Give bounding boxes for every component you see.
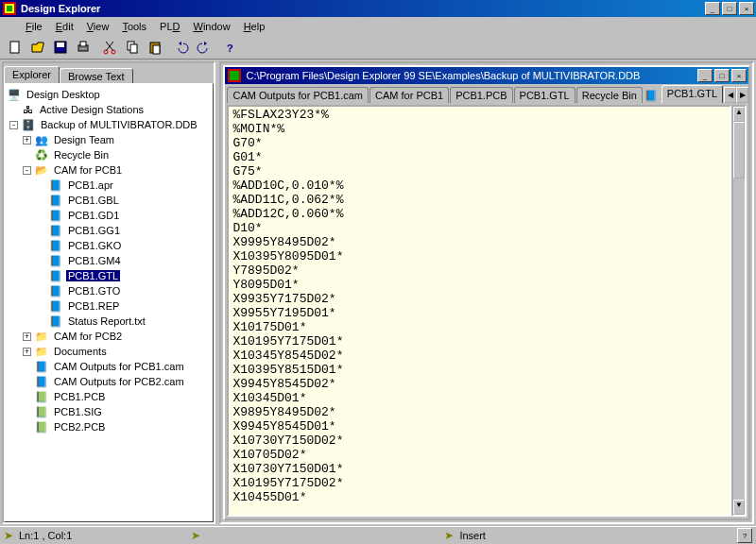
menu-tools[interactable]: Tools [115, 20, 153, 33]
new-icon[interactable] [4, 37, 26, 58]
tree-backup[interactable]: Backup of MULTIVIBRATOR.DDB [39, 119, 199, 130]
menu-pld[interactable]: PLD [153, 20, 186, 33]
tree-item[interactable]: 📘PCB1.GD1 [7, 208, 211, 223]
file-icon: 📘 [48, 193, 63, 208]
tree-pcb2[interactable]: PCB2.PCB [52, 421, 107, 433]
minimize-button[interactable]: _ [705, 2, 720, 15]
menu-edit[interactable]: Edit [49, 20, 80, 33]
tree-root[interactable]: Design Desktop [25, 89, 102, 100]
status-help-button[interactable]: ? [737, 528, 752, 543]
desktop-icon: 🖥️ [7, 87, 22, 102]
doc-tab-camoutputs[interactable]: CAM Outputs for PCB1.cam [227, 87, 369, 103]
maximize-button[interactable]: □ [722, 2, 737, 15]
tree-item[interactable]: 📘PCB1.GBL [7, 193, 211, 208]
print-icon[interactable] [72, 37, 94, 58]
tree-item[interactable]: 📘PCB1.GTL [7, 268, 211, 283]
tree-item[interactable]: 📘Status Report.txt [7, 314, 211, 329]
tree-item-label[interactable]: PCB1.GG1 [66, 225, 122, 236]
tree-item-label[interactable]: PCB1.GM4 [66, 255, 123, 266]
tree-item-label[interactable]: PCB1.REP [66, 300, 121, 312]
tree-ads[interactable]: Active Design Stations [38, 104, 146, 115]
tab-explorer[interactable]: Explorer [4, 66, 60, 83]
expand-button[interactable]: + [23, 332, 31, 341]
cut-icon[interactable] [98, 37, 120, 58]
tree-documents[interactable]: Documents [52, 346, 109, 357]
tab-scroll-left[interactable]: ◀ [724, 87, 736, 103]
mdi-area: C:\Program Files\Design Explorer 99 SE\E… [219, 61, 754, 524]
scroll-up-button[interactable]: ▲ [733, 107, 745, 122]
tab-browse-text[interactable]: Browse Text [60, 68, 133, 83]
file-icon: 📘 [48, 178, 63, 193]
recycle-icon: ♻️ [34, 147, 49, 162]
tree-item[interactable]: 📘PCB1.GG1 [7, 223, 211, 238]
redo-icon[interactable] [193, 37, 215, 58]
mdi-close-button[interactable]: × [731, 69, 747, 82]
scroll-down-button[interactable]: ▼ [733, 500, 745, 515]
tree-item-label[interactable]: PCB1.GTO [66, 285, 122, 297]
open-icon[interactable] [26, 37, 48, 58]
tree-cam1[interactable]: CAM for PCB1 [52, 164, 124, 176]
tree-item[interactable]: 📘PCB1.REP [7, 298, 211, 314]
tree-cam2[interactable]: CAM for PCB2 [52, 331, 124, 342]
tree-camout2[interactable]: CAM Outputs for PCB2.cam [52, 376, 186, 387]
status-bar: ➤ Ln:1 , Col:1 ➤ ➤ Insert ? [0, 526, 756, 544]
tree-item[interactable]: 📘PCB1.apr [7, 178, 211, 193]
tree-item[interactable]: 📘PCB1.GTO [7, 283, 211, 298]
close-button[interactable]: × [739, 2, 754, 15]
doc-tab-camforpcb1[interactable]: CAM for PCB1 [369, 87, 449, 103]
editor-container: %FSLAX23Y23*% %MOIN*% G70* G01* G75* %AD… [225, 103, 748, 518]
tree-recycle[interactable]: Recycle Bin [52, 149, 111, 161]
tree-item-label[interactable]: PCB1.GBL [66, 195, 121, 206]
expand-button[interactable]: - [9, 121, 18, 129]
mdi-minimize-button[interactable]: _ [697, 69, 713, 82]
copy-icon[interactable] [121, 37, 143, 58]
menu-file[interactable]: File [19, 20, 49, 33]
svg-rect-7 [80, 42, 86, 46]
tree-item[interactable]: 📘PCB1.GM4 [7, 253, 211, 268]
database-icon: 🗄️ [21, 117, 36, 132]
menu-window[interactable]: Window [186, 20, 236, 33]
paste-icon[interactable] [144, 37, 165, 58]
tree-item-label[interactable]: PCB1.GTL [66, 270, 120, 281]
doc-tab-recyclebin[interactable]: Recycle Bin [576, 87, 643, 103]
scroll-thumb[interactable] [733, 122, 745, 178]
doc-tab-active-pcb1gtl[interactable]: PCB1.GTL [662, 85, 723, 103]
tree[interactable]: 🖥️Design Desktop 🖧Active Design Stations… [5, 84, 213, 521]
mdi-document-window: C:\Program Files\Design Explorer 99 SE\E… [223, 65, 750, 520]
menu-help[interactable]: Help [237, 20, 272, 33]
tree-item-label[interactable]: PCB1.apr [66, 179, 115, 191]
tree-item-label[interactable]: Status Report.txt [66, 315, 147, 327]
expand-button[interactable]: + [23, 348, 31, 356]
menu-bar: File Edit View Tools PLD Window Help [0, 17, 756, 35]
mdi-maximize-button[interactable]: □ [714, 69, 730, 82]
explorer-tree-body: 🖥️Design Desktop 🖧Active Design Stations… [4, 83, 214, 522]
expand-button[interactable]: + [23, 136, 31, 144]
undo-icon[interactable] [170, 37, 192, 58]
file-icon: 📘 [48, 298, 63, 314]
tree-item-label[interactable]: PCB1.GKO [66, 240, 123, 251]
tree-item-label[interactable]: PCB1.GD1 [66, 210, 121, 221]
pcb-file-icon: 📗 [34, 419, 49, 434]
menu-view[interactable]: View [80, 20, 116, 33]
text-editor[interactable]: %FSLAX23Y23*% %MOIN*% G70* G01* G75* %AD… [227, 105, 731, 517]
tree-design-team[interactable]: Design Team [52, 134, 116, 145]
tree-pcb1[interactable]: PCB1.PCB [52, 391, 107, 402]
tree-pcb1sig[interactable]: PCB1.SIG [52, 406, 104, 417]
svg-rect-2 [7, 6, 12, 11]
vertical-scrollbar[interactable]: ▲ ▼ [731, 105, 747, 517]
folder-icon: 📁 [34, 344, 49, 359]
file-icon: 📘 [48, 314, 63, 329]
save-icon[interactable] [49, 37, 71, 58]
tab-scroll-right[interactable]: ▶ [736, 87, 748, 103]
mdi-titlebar: C:\Program Files\Design Explorer 99 SE\E… [225, 67, 748, 84]
window-titlebar: Design Explorer _ □ × [0, 0, 756, 17]
help-icon[interactable]: ? [219, 37, 241, 58]
cam-file-icon: 📘 [34, 374, 49, 389]
tree-camout1[interactable]: CAM Outputs for PCB1.cam [52, 361, 186, 372]
doc-tab-pcb1gtl[interactable]: PCB1.GTL [514, 87, 576, 103]
doc-tab-pcb1pcb[interactable]: PCB1.PCB [450, 87, 512, 103]
tree-item[interactable]: 📘PCB1.GKO [7, 238, 211, 253]
sig-file-icon: 📗 [34, 404, 49, 419]
expand-button[interactable]: - [23, 166, 31, 175]
doc-icon [227, 68, 242, 83]
